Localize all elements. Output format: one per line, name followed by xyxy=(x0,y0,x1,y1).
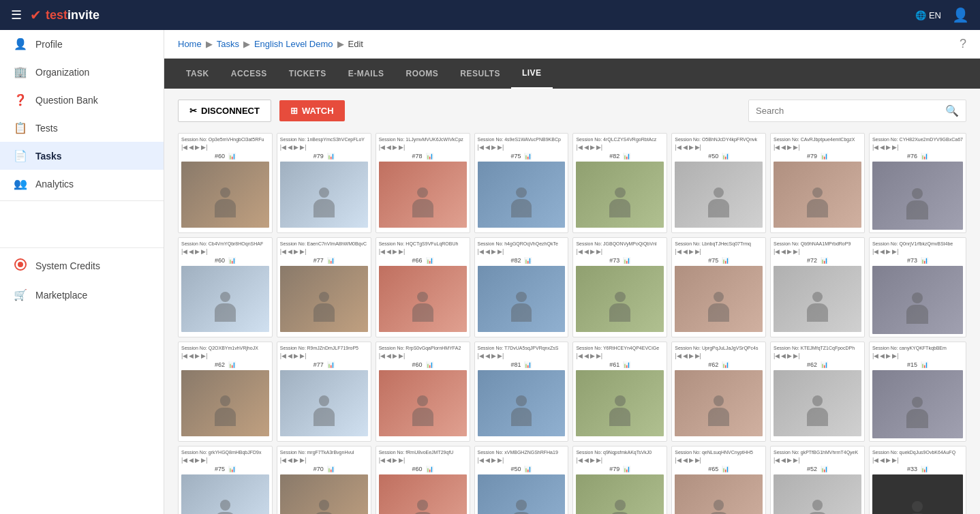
next-icon[interactable]: ▶ xyxy=(195,144,200,151)
prev-icon[interactable]: ◀ xyxy=(781,457,786,464)
next-icon[interactable]: ▶ xyxy=(886,352,891,359)
prev-first-icon[interactable]: |◀ xyxy=(181,352,187,359)
prev-icon[interactable]: ◀ xyxy=(584,144,589,151)
prev-first-icon[interactable]: |◀ xyxy=(379,144,385,151)
next-last-icon[interactable]: ▶| xyxy=(399,144,405,151)
prev-icon[interactable]: ◀ xyxy=(584,248,589,255)
prev-first-icon[interactable]: |◀ xyxy=(379,457,385,464)
prev-icon[interactable]: ◀ xyxy=(485,352,490,359)
video-card[interactable]: Session No: 4s9eS1WAVucPNB9KBCp |◀ ◀ ▶ ▶… xyxy=(474,133,569,233)
prev-first-icon[interactable]: |◀ xyxy=(576,457,582,464)
video-card[interactable]: Session No: qeNLsuqHNVCnyptHH5 |◀ ◀ ▶ ▶|… xyxy=(671,446,766,514)
next-last-icon[interactable]: ▶| xyxy=(596,352,602,359)
prev-first-icon[interactable]: |◀ xyxy=(181,457,187,464)
next-last-icon[interactable]: ▶| xyxy=(892,248,898,255)
prev-first-icon[interactable]: |◀ xyxy=(675,144,681,151)
prev-icon[interactable]: ◀ xyxy=(584,457,589,464)
next-icon[interactable]: ▶ xyxy=(590,457,595,464)
sidebar-item-tasks[interactable]: 📄 Tasks xyxy=(0,142,164,170)
prev-icon[interactable]: ◀ xyxy=(781,352,786,359)
video-card[interactable]: Session No: KTEJMfqTZ1CqFpocDPh |◀ ◀ ▶ ▶… xyxy=(770,342,865,442)
prev-first-icon[interactable]: |◀ xyxy=(379,352,385,359)
prev-first-icon[interactable]: |◀ xyxy=(872,457,878,464)
prev-icon[interactable]: ◀ xyxy=(683,144,688,151)
next-icon[interactable]: ▶ xyxy=(393,144,397,151)
prev-first-icon[interactable]: |◀ xyxy=(280,248,286,255)
next-icon[interactable]: ▶ xyxy=(491,248,496,255)
search-input[interactable] xyxy=(756,106,945,116)
breadcrumb-demo[interactable]: English Level Demo xyxy=(254,39,333,49)
prev-icon[interactable]: ◀ xyxy=(386,144,391,151)
next-last-icon[interactable]: ▶| xyxy=(201,144,207,151)
next-last-icon[interactable]: ▶| xyxy=(497,352,504,359)
prev-icon[interactable]: ◀ xyxy=(683,457,688,464)
next-last-icon[interactable]: ▶| xyxy=(399,457,405,464)
prev-icon[interactable]: ◀ xyxy=(880,144,885,151)
next-last-icon[interactable]: ▶| xyxy=(497,457,504,464)
next-icon[interactable]: ▶ xyxy=(886,248,891,255)
prev-first-icon[interactable]: |◀ xyxy=(478,352,484,359)
language-selector[interactable]: 🌐 EN xyxy=(915,10,941,20)
next-last-icon[interactable]: ▶| xyxy=(892,457,898,464)
next-last-icon[interactable]: ▶| xyxy=(497,248,504,255)
prev-first-icon[interactable]: |◀ xyxy=(379,248,385,255)
video-card[interactable]: Session No: Q0nrjV1rfbkzQmvBSt4be |◀ ◀ ▶… xyxy=(869,237,966,337)
next-last-icon[interactable]: ▶| xyxy=(399,248,405,255)
next-last-icon[interactable]: ▶| xyxy=(300,457,306,464)
next-icon[interactable]: ▶ xyxy=(689,144,694,151)
prev-first-icon[interactable]: |◀ xyxy=(478,248,484,255)
prev-icon[interactable]: ◀ xyxy=(880,457,885,464)
prev-icon[interactable]: ◀ xyxy=(880,352,885,359)
next-last-icon[interactable]: ▶| xyxy=(793,457,799,464)
next-icon[interactable]: ▶ xyxy=(689,248,694,255)
prev-icon[interactable]: ◀ xyxy=(485,248,490,255)
prev-icon[interactable]: ◀ xyxy=(386,352,391,359)
next-icon[interactable]: ▶ xyxy=(689,457,694,464)
next-icon[interactable]: ▶ xyxy=(195,457,200,464)
next-icon[interactable]: ▶ xyxy=(787,457,792,464)
breadcrumb-home[interactable]: Home xyxy=(178,39,202,49)
prev-first-icon[interactable]: |◀ xyxy=(576,248,582,255)
next-icon[interactable]: ▶ xyxy=(689,352,694,359)
next-last-icon[interactable]: ▶| xyxy=(695,248,701,255)
video-card[interactable]: Session No: 4rQLCZYS4VRgoRbtAcz |◀ ◀ ▶ ▶… xyxy=(572,133,667,233)
disconnect-button[interactable]: ✂ DISCONNECT xyxy=(178,100,271,122)
next-icon[interactable]: ▶ xyxy=(590,248,595,255)
prev-first-icon[interactable]: |◀ xyxy=(675,457,681,464)
prev-icon[interactable]: ◀ xyxy=(683,352,688,359)
tab-live[interactable]: LIVE xyxy=(511,59,553,89)
next-last-icon[interactable]: ▶| xyxy=(596,248,602,255)
tab-results[interactable]: RESULTS xyxy=(449,59,511,88)
next-last-icon[interactable]: ▶| xyxy=(300,352,306,359)
video-card[interactable]: Session No: O5BhNJcDY4kpFRVQnvk |◀ ◀ ▶ ▶… xyxy=(671,133,766,233)
video-card[interactable]: Session No: RrpS0vGqaPlornHMYFA2 |◀ ◀ ▶ … xyxy=(376,342,470,442)
next-icon[interactable]: ▶ xyxy=(491,457,496,464)
prev-first-icon[interactable]: |◀ xyxy=(872,144,878,151)
prev-first-icon[interactable]: |◀ xyxy=(280,457,286,464)
next-icon[interactable]: ▶ xyxy=(294,352,298,359)
next-last-icon[interactable]: ▶| xyxy=(201,457,207,464)
prev-icon[interactable]: ◀ xyxy=(189,248,194,255)
next-last-icon[interactable]: ▶| xyxy=(793,144,799,151)
prev-icon[interactable]: ◀ xyxy=(781,144,786,151)
video-card[interactable]: Session No: grkYHGQ8mHBqbJFD9x |◀ ◀ ▶ ▶|… xyxy=(178,446,273,514)
video-card[interactable]: Session No: fRmU8voEeJMT29qfU |◀ ◀ ▶ ▶| … xyxy=(376,446,470,514)
sidebar-item-organization[interactable]: 🏢 Organization xyxy=(0,58,164,86)
prev-first-icon[interactable]: |◀ xyxy=(181,144,187,151)
prev-first-icon[interactable]: |◀ xyxy=(576,144,582,151)
next-last-icon[interactable]: ▶| xyxy=(695,144,701,151)
next-icon[interactable]: ▶ xyxy=(787,352,792,359)
prev-first-icon[interactable]: |◀ xyxy=(181,248,187,255)
video-card[interactable]: Session No: xVMBGHZNGShRFHa19 |◀ ◀ ▶ ▶| … xyxy=(474,446,569,514)
video-card[interactable]: Session No: Q2OXBYm1vhVRjhoJX |◀ ◀ ▶ ▶| … xyxy=(178,342,273,442)
prev-first-icon[interactable]: |◀ xyxy=(280,144,286,151)
video-card[interactable]: Session No: q9NqpsfmkAKqTsVkJ0 |◀ ◀ ▶ ▶|… xyxy=(572,446,667,514)
next-icon[interactable]: ▶ xyxy=(294,457,298,464)
next-last-icon[interactable]: ▶| xyxy=(497,144,504,151)
prev-icon[interactable]: ◀ xyxy=(485,144,490,151)
prev-icon[interactable]: ◀ xyxy=(880,248,885,255)
video-card[interactable]: Session No: R9mJZnDmJLF719roP5 |◀ ◀ ▶ ▶|… xyxy=(277,342,371,442)
next-last-icon[interactable]: ▶| xyxy=(793,248,799,255)
video-card[interactable]: Session No: quekDqJus9OvbK64AuFQ |◀ ◀ ▶ … xyxy=(869,446,966,514)
next-icon[interactable]: ▶ xyxy=(590,144,595,151)
